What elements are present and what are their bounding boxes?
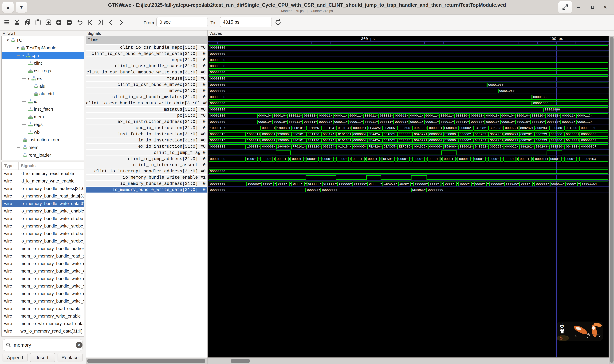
signal-list-row[interactable]: wiremem_io_memory_bundle_write_strobe_3 xyxy=(2,298,84,305)
menu-button[interactable] xyxy=(3,18,11,26)
wave-row[interactable]: 00000000 xyxy=(209,76,608,82)
sst-header[interactable]: ▼SST xyxy=(2,31,16,36)
wave-row[interactable]: 00000000 xyxy=(209,51,608,57)
signal-name-row[interactable]: clint_io_csr_bundle_mstatus_write_data[3… xyxy=(86,100,207,106)
skin-tshirt-icon[interactable] xyxy=(559,329,565,334)
search-input[interactable] xyxy=(14,342,76,348)
signal-list-row[interactable]: wireio_memory_bundle_write_data[31:0] xyxy=(2,200,84,207)
expander-icon[interactable]: ▼ xyxy=(27,77,31,80)
wave-row[interactable]: 0000000000001888 xyxy=(209,94,608,100)
tree-node-clint[interactable]: clint xyxy=(2,59,84,67)
signal-name-row[interactable]: clint_io_csr_bundle_mepc_write_data[31:0… xyxy=(86,51,207,57)
signal-name-row[interactable]: mepc[31:0] =0 xyxy=(86,57,207,63)
paste-button[interactable] xyxy=(34,18,42,26)
signal-list-row[interactable]: wiremem_io_memory_read_enable xyxy=(2,305,84,312)
wave-row[interactable]: 00000000 xyxy=(209,45,608,51)
signal-name-row[interactable]: cpu_io_instruction[31:0] =0 xyxy=(86,125,207,131)
tree-node-wb[interactable]: wb xyxy=(2,128,84,136)
signal-name-row[interactable]: clint_io_jump_flag=0 xyxy=(86,150,207,156)
tree-node-csr_regs[interactable]: csr_regs xyxy=(2,67,84,75)
clear-search-button[interactable]: ✕ xyxy=(76,342,83,348)
signal-name-row[interactable]: clint_io_interrupt_handler_address[31:0]… xyxy=(86,169,207,174)
signal-list-row[interactable]: wireio_memory_bundle_write_strobe_0 xyxy=(2,215,84,222)
signal-list-row[interactable]: wiremem_io_memory_bundle_write_data[31:0… xyxy=(2,260,84,267)
tree-node-inst_fetch[interactable]: inst_fetch xyxy=(2,105,84,113)
signal-list-row[interactable]: wiremem_io_memory_write_enable xyxy=(2,312,84,320)
zoom-out-button[interactable] xyxy=(65,18,73,26)
tree-node-alu_ctrl[interactable]: alu_ctrl xyxy=(2,90,84,98)
append-button[interactable]: Append xyxy=(2,353,28,362)
tree-node-alu[interactable]: alu xyxy=(2,82,84,90)
tree-node-ex[interactable]: ▼ ex xyxy=(2,75,84,82)
signal-name-row[interactable]: mtvec[31:0] =0 xyxy=(86,88,207,94)
signal-list-row[interactable]: wireio_memory_bundle_read_data[31:0] xyxy=(2,192,84,200)
zoom-in-button[interactable] xyxy=(55,18,63,26)
wave-row[interactable]: 000010001000++0000++0000++0000++0000++00… xyxy=(209,156,608,162)
signal-name-row[interactable]: inst_fetch_io_instruction[31:0] =0 xyxy=(86,131,207,137)
signal-name-row[interactable]: io_memory_bundle_address[31:0] =0 xyxy=(86,181,207,187)
tree-node-rom_loader[interactable]: rom_loader xyxy=(2,151,84,159)
signal-name-row[interactable]: clint_io_csr_bundle_mcause_write_data[31… xyxy=(86,69,207,75)
expander-icon[interactable]: ▼ xyxy=(16,46,20,50)
to-start-button[interactable] xyxy=(86,18,94,26)
panel-divider[interactable] xyxy=(85,30,85,364)
signal-name-row[interactable]: io_memory_bundle_write_data[31:0] =0 xyxy=(86,187,207,193)
wave-row[interactable] xyxy=(209,162,608,168)
signal-name-row[interactable]: clint_io_csr_bundle_mcause[31:0] =0 xyxy=(86,63,207,69)
signals-hscrollbar[interactable] xyxy=(86,358,207,364)
signal-name-row[interactable]: pc[31:0] =0 xyxy=(86,113,207,119)
wave-row[interactable]: 00000000 xyxy=(209,63,608,69)
signal-list-row[interactable]: wiremem_io_memory_bundle_write_strobe_1 xyxy=(2,282,84,290)
signal-list-row[interactable]: wireio_memory_bundle_write_strobe_1 xyxy=(2,222,84,230)
panel-divider-2[interactable] xyxy=(207,30,208,364)
signal-list-row[interactable]: wirewb_io_memory_read_data[31:0] xyxy=(2,327,84,335)
tree-node-TestTopModule[interactable]: ▼ TestTopModule xyxy=(2,44,84,52)
replace-button[interactable]: Replace xyxy=(57,353,83,362)
ime-overlay-widget[interactable]: 英 S xyxy=(557,322,603,341)
fullscreen-button[interactable] xyxy=(558,0,572,14)
reload-button[interactable] xyxy=(274,18,282,26)
wave-row[interactable]: 00000000100000+0000++0000++0FFF++0FFFFF+… xyxy=(209,181,608,187)
signal-name-row[interactable]: clint_io_interrupt_assert =0 xyxy=(86,162,207,168)
signal-list-row[interactable]: wiremem_io_memory_bundle_write_strobe_0 xyxy=(2,275,84,282)
signal-list-row[interactable]: wireio_memory_bundle_write_strobe_2 xyxy=(2,230,84,237)
wave-row[interactable]: 00000013100001+000000+190080+FF0101+0011… xyxy=(209,137,608,143)
wave-row[interactable]: 0000000000001050 xyxy=(209,82,608,88)
shift-right-button[interactable] xyxy=(117,18,125,26)
copy-button[interactable] xyxy=(24,18,32,26)
wave-row[interactable]: 0000000000001050 xyxy=(209,88,608,94)
signal-name-row[interactable]: clint_io_csr_bundle_mtvec[31:0] =0 xyxy=(86,82,207,88)
signal-list-row[interactable]: wiremem_io_memory_bundle_read_data[31:0] xyxy=(2,252,84,260)
signal-name-row[interactable]: io_memory_bundle_write_enable =1 xyxy=(86,175,207,181)
wave-row[interactable]: 00000000 xyxy=(209,69,608,76)
waves-vscrollbar[interactable] xyxy=(609,36,614,364)
signal-name-row[interactable]: mcause[31:0] =0 xyxy=(86,76,207,82)
wave-row[interactable]: 00000013100001+000000+190080+FF0101+0011… xyxy=(209,144,608,150)
signal-list-row[interactable]: wireio_memory_bundle_write_strobe_3 xyxy=(2,237,84,245)
signal-list-row[interactable]: wiremem_io_wb_memory_read_data[31:0] xyxy=(2,320,84,327)
tree-node-cpu[interactable]: ▼ cpu xyxy=(2,52,84,59)
wave-row[interactable]: 10000137000000+190080+FF0101+001126+0081… xyxy=(209,125,608,131)
wave-row[interactable]: 00000000 xyxy=(209,57,608,63)
wave-row[interactable] xyxy=(209,150,608,156)
to-input[interactable] xyxy=(220,17,272,27)
signal-name-row[interactable]: ex_io_instruction[31:0] =0 xyxy=(86,144,207,150)
tree-node-id[interactable]: id xyxy=(2,98,84,105)
waves-canvas[interactable]: 300 ps400 ps0000000000000000000000000000… xyxy=(208,36,609,358)
cut-button[interactable] xyxy=(13,18,21,26)
wave-row[interactable]: 0000000000001888 xyxy=(209,100,608,106)
tree-node-mem[interactable]: mem xyxy=(2,144,84,151)
zoom-undo-button[interactable] xyxy=(76,18,84,26)
shift-left-button[interactable] xyxy=(107,18,115,26)
wave-row[interactable]: 00001000000010+000010+000011+000011+0000… xyxy=(209,119,608,125)
tree-node-mem[interactable]: mem xyxy=(2,113,84,121)
from-input[interactable] xyxy=(156,17,208,27)
time-header[interactable]: Time xyxy=(86,36,207,44)
zoom-fit-button[interactable] xyxy=(44,18,53,26)
signal-list-row[interactable]: wireio_memory_bundle_address[31:0] xyxy=(2,185,84,192)
signal-name-row[interactable]: clint_io_csr_bundle_mepc[31:0] =0 xyxy=(86,45,207,51)
to-end-button[interactable] xyxy=(97,18,104,26)
signal-list-row[interactable]: wireio_memory_bundle_write_enable xyxy=(2,207,84,215)
waves-vscrollbar-thumb[interactable] xyxy=(610,37,614,363)
tree-node-TOP[interactable]: ▼ TOP xyxy=(2,36,84,44)
